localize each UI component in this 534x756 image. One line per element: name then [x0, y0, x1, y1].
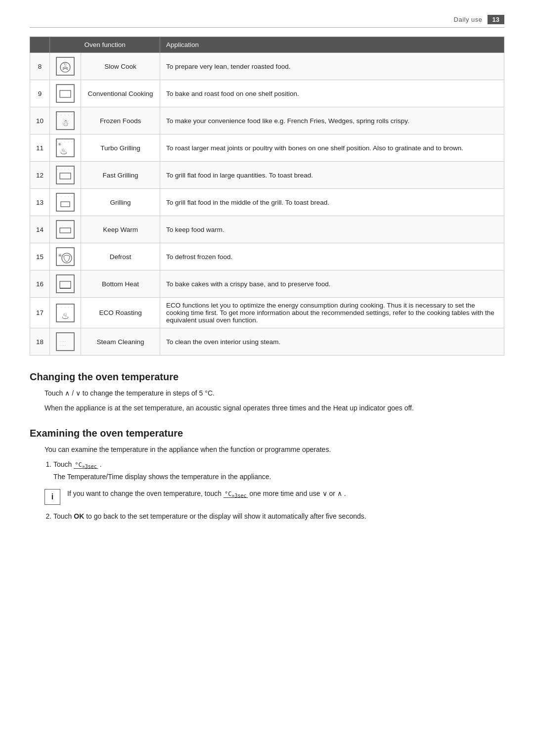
row-icon-cell: · · · · · · · ·: [50, 328, 81, 356]
row-application: To roast larger meat joints or poultry w…: [160, 134, 504, 162]
row-application: To keep food warm.: [160, 216, 504, 243]
grilling-icon: · · · · · · ·: [56, 193, 75, 212]
changing-temp-heading: Changing the oven temperature: [30, 371, 504, 383]
step-2: Touch OK to go back to the set temperatu…: [53, 511, 504, 522]
step-1-sub: The Temperature/Time display shows the t…: [53, 473, 271, 481]
examining-temp-steps-2: Touch OK to go back to the set temperatu…: [53, 511, 504, 522]
oven-functions-table: Oven function Application 8 °C Slow Cook…: [30, 37, 504, 356]
row-function: Defrost: [81, 243, 160, 270]
row-icon-cell: [50, 80, 81, 107]
table-row: 8 °C Slow CookTo prepare very lean, tend…: [30, 53, 504, 80]
row-function: Grilling: [81, 189, 160, 216]
eco-roasting-icon: · · · · · · · ♨: [56, 304, 75, 322]
svg-rect-14: [60, 173, 71, 179]
svg-rect-17: [61, 202, 70, 207]
row-application: To defrost frozen food.: [160, 243, 504, 270]
row-function: Fast Grilling: [81, 162, 160, 189]
svg-rect-3: [56, 85, 74, 102]
temp-symbol-1: °C»3sec: [74, 461, 98, 469]
page-header: Daily use 13: [30, 15, 504, 28]
examining-temp-section: Examining the oven temperature You can e…: [30, 428, 504, 522]
keep-warm-icon: [56, 220, 75, 239]
table-row: 11 · · · · · · · ✳ ♨ Turbo GrillingTo ro…: [30, 134, 504, 162]
section-label: Daily use: [454, 16, 483, 23]
svg-rect-0: [56, 57, 74, 75]
row-number: 9: [30, 80, 50, 107]
row-number: 17: [30, 298, 50, 328]
temp-symbol-info: °C»3sec: [223, 490, 248, 498]
steam-cleaning-icon: · · · · · · · ·: [56, 332, 75, 351]
svg-text:☃: ☃: [61, 118, 69, 128]
row-function: Conventional Cooking: [81, 80, 160, 107]
svg-rect-4: [60, 90, 71, 97]
row-number: 18: [30, 328, 50, 356]
row-application: To make your convenience food like e.g. …: [160, 107, 504, 134]
row-number: 15: [30, 243, 50, 270]
row-icon-cell: [50, 216, 81, 243]
row-function: Steam Cleaning: [81, 328, 160, 356]
bottom-heat-icon: [56, 274, 75, 293]
row-function: Keep Warm: [81, 216, 160, 243]
table-row: 14 Keep WarmTo keep food warm.: [30, 216, 504, 243]
row-icon-cell: °C: [50, 53, 81, 80]
row-application: ECO functions let you to optimize the en…: [160, 298, 504, 328]
row-application: To prepare very lean, tender roasted foo…: [160, 53, 504, 80]
row-number: 11: [30, 134, 50, 162]
examining-temp-steps: Touch °C»3sec . The Temperature/Time dis…: [53, 459, 504, 482]
row-function: ECO Roasting: [81, 298, 160, 328]
svg-rect-23: [56, 275, 74, 293]
row-function: Slow Cook: [81, 53, 160, 80]
changing-temp-p2: When the appliance is at the set tempera…: [44, 402, 504, 413]
svg-text:· · · · · · ·: · · · · · · ·: [56, 195, 75, 198]
col-header-function: Oven function: [50, 37, 160, 53]
row-number: 12: [30, 162, 50, 189]
svg-text:°C: °C: [63, 62, 67, 66]
svg-text:♨: ♨: [61, 311, 69, 321]
table-row: 10 · · · · · · · ☃ Frozen FoodsTo make y…: [30, 107, 504, 134]
svg-text:· · · ·: · · · ·: [60, 344, 66, 347]
row-icon-cell: · · · · · · · ☃: [50, 107, 81, 134]
svg-text:✳: ✳: [58, 253, 62, 258]
table-row: 12 · · · · · · · Fast GrillingTo grill f…: [30, 162, 504, 189]
row-number: 16: [30, 270, 50, 298]
table-row: 9 Conventional CookingTo bake and roast …: [30, 80, 504, 107]
svg-text:· · · ·: · · · ·: [60, 340, 66, 343]
row-function: Frozen Foods: [81, 107, 160, 134]
changing-temp-p1: Touch ∧ / ∨ to change the temperature in…: [44, 388, 504, 399]
row-application: To bake cakes with a crispy base, and to…: [160, 270, 504, 298]
info-icon: i: [44, 489, 60, 505]
row-application: To grill flat food in the middle of the …: [160, 189, 504, 216]
frozen-icon: · · · · · · · ☃: [56, 111, 75, 130]
col-header-application: Application: [160, 37, 504, 53]
table-row: 13 · · · · · · · GrillingTo grill flat f…: [30, 189, 504, 216]
examining-temp-body: You can examine the temperature in the a…: [44, 444, 504, 522]
step-1: Touch °C»3sec . The Temperature/Time dis…: [53, 459, 504, 482]
row-number: 8: [30, 53, 50, 80]
svg-rect-24: [60, 281, 71, 288]
slow-cook-icon: °C: [56, 57, 75, 76]
changing-temp-body: Touch ∧ / ∨ to change the temperature in…: [44, 388, 504, 414]
table-row: 15 ✳ DefrostTo defrost frozen food.: [30, 243, 504, 270]
row-number: 14: [30, 216, 50, 243]
defrost-icon: ✳: [56, 247, 75, 266]
info-text: If you want to change the oven temperatu…: [67, 488, 346, 500]
row-application: To grill flat food in large quantities. …: [160, 162, 504, 189]
conventional-icon: [56, 84, 75, 103]
row-application: To clean the oven interior using steam.: [160, 328, 504, 356]
info-box: i If you want to change the oven tempera…: [44, 488, 504, 505]
row-application: To bake and roast food on one shelf posi…: [160, 80, 504, 107]
examining-temp-heading: Examining the oven temperature: [30, 428, 504, 439]
turbo-grill-icon: · · · · · · · ✳ ♨: [56, 138, 75, 157]
svg-text:· · · · · · ·: · · · · · · ·: [56, 113, 75, 116]
page-number: 13: [488, 15, 504, 24]
col-header-num: [30, 37, 50, 53]
row-number: 13: [30, 189, 50, 216]
svg-point-22: [62, 253, 72, 263]
fast-grill-icon: · · · · · · ·: [56, 166, 75, 184]
row-icon-cell: · · · · · · · ✳ ♨: [50, 134, 81, 162]
svg-text:♨: ♨: [60, 146, 68, 156]
table-row: 18 · · · · · · · · Steam CleaningTo clea…: [30, 328, 504, 356]
svg-rect-19: [60, 228, 71, 233]
svg-text:· · · · · · ·: · · · · · · ·: [56, 306, 75, 309]
row-icon-cell: · · · · · · ·: [50, 162, 81, 189]
